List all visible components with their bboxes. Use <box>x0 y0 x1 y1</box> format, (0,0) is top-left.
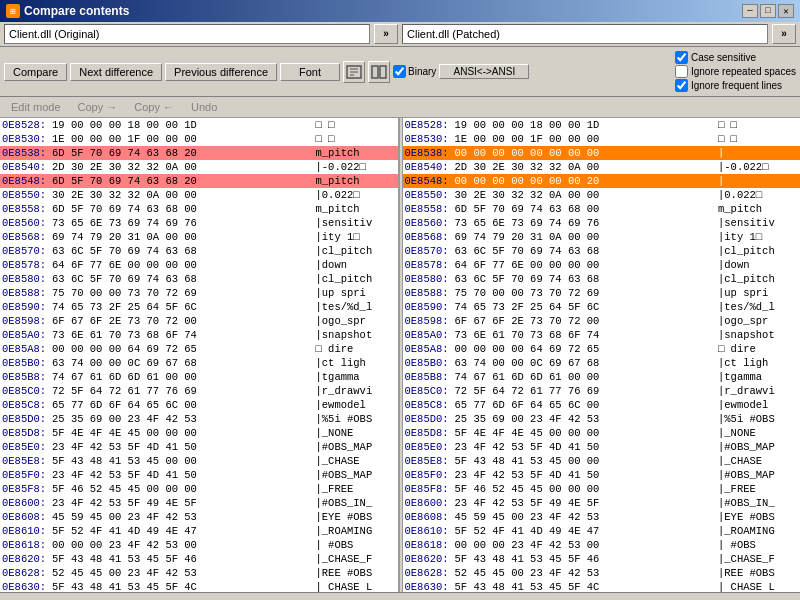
table-row: 0E8610: 5F 52 4F 41 4D 49 4E 47 |_ROAMIN… <box>0 524 398 538</box>
hex-text: □ dire <box>316 342 396 356</box>
hex-address: 0E8570: <box>405 244 455 258</box>
case-sensitive-checkbox[interactable] <box>675 51 688 64</box>
hex-text: |ct ligh <box>718 356 798 370</box>
hex-bytes: 5F 43 48 41 53 45 00 00 <box>455 454 719 468</box>
hex-address: 0E8540: <box>405 160 455 174</box>
table-row: 0E8558: 6D 5F 70 69 74 63 68 00 m_pitch <box>403 202 801 216</box>
hex-bytes: 00 00 00 00 64 69 72 65 <box>52 342 316 356</box>
hex-address: 0E85F0: <box>2 468 52 482</box>
hex-text: |#OBS_MAP <box>718 468 798 482</box>
hex-address: 0E8530: <box>405 132 455 146</box>
hex-address: 0E85C0: <box>405 384 455 398</box>
hex-bytes: 5F 43 48 41 53 45 00 00 <box>52 454 316 468</box>
binary-checkbox[interactable] <box>393 65 406 78</box>
table-row: 0E8590: 74 65 73 2F 25 64 5F 6C |tes/%d_… <box>403 300 801 314</box>
table-row: 0E8568: 69 74 79 20 31 0A 00 00 |ity 1□ <box>0 230 398 244</box>
hex-text: |up spri <box>718 286 798 300</box>
left-pane-scroll[interactable]: 0E8528: 19 00 00 00 18 00 00 1D □ □0E853… <box>0 118 398 592</box>
hex-text: |%5i #OBS <box>316 412 396 426</box>
table-row: 0E85A8: 00 00 00 00 64 69 72 65 □ dire <box>403 342 801 356</box>
hex-address: 0E85E0: <box>2 440 52 454</box>
hex-text: |up spri <box>316 286 396 300</box>
hex-text: □ □ <box>718 118 798 132</box>
hex-text: |0.022□ <box>718 188 798 202</box>
hex-text: □ dire <box>718 342 798 356</box>
hex-address: 0E8530: <box>2 132 52 146</box>
icon-btn-2[interactable] <box>368 61 390 83</box>
hex-address: 0E85B0: <box>2 356 52 370</box>
hex-text: |#OBS_MAP <box>316 468 396 482</box>
ansi-button[interactable]: ANSI<->ANSI <box>439 64 529 79</box>
hex-bytes: 73 6E 61 70 73 68 6F 74 <box>455 328 719 342</box>
hex-text: |r_drawvi <box>316 384 396 398</box>
close-button[interactable]: ✕ <box>778 4 794 18</box>
svg-rect-5 <box>380 66 386 78</box>
hex-bytes: 5F 43 48 41 53 45 5F 46 <box>455 552 719 566</box>
hex-text: |_NONE <box>316 426 396 440</box>
table-row: 0E85A8: 00 00 00 00 64 69 72 65 □ dire <box>0 342 398 356</box>
table-row: 0E85F8: 5F 46 52 45 45 00 00 00 |_FREE <box>0 482 398 496</box>
copy-right-button[interactable]: Copy → <box>71 99 125 115</box>
hex-bytes: 6F 67 6F 2E 73 70 72 00 <box>52 314 316 328</box>
hex-bytes: 65 77 6D 6F 64 65 6C 00 <box>52 398 316 412</box>
table-row: 0E8560: 73 65 6E 73 69 74 69 76 |sensiti… <box>403 216 801 230</box>
ignore-repeated-checkbox[interactable] <box>675 65 688 78</box>
hex-text: | <box>718 146 798 160</box>
hex-address: 0E85A8: <box>405 342 455 356</box>
hex-address: 0E8568: <box>405 230 455 244</box>
file1-browse-button[interactable]: » <box>374 24 398 44</box>
hex-address: 0E8620: <box>2 552 52 566</box>
hex-address: 0E8628: <box>405 566 455 580</box>
file1-input[interactable] <box>4 24 370 44</box>
file2-input[interactable] <box>402 24 768 44</box>
edit-row: Edit mode Copy → Copy ← Undo <box>0 97 800 118</box>
hex-text: | CHASE L <box>718 580 798 592</box>
copy-left-button[interactable]: Copy ← <box>127 99 181 115</box>
table-row: 0E8568: 69 74 79 20 31 0A 00 00 |ity 1□ <box>403 230 801 244</box>
previous-difference-button[interactable]: Previous difference <box>165 63 277 81</box>
table-row: 0E8530: 1E 00 00 00 1F 00 00 00 □ □ <box>403 132 801 146</box>
hex-address: 0E85C8: <box>2 398 52 412</box>
table-row: 0E8588: 75 70 00 00 73 70 72 69 |up spri <box>0 286 398 300</box>
hex-address: 0E8568: <box>2 230 52 244</box>
table-row: 0E8608: 45 59 45 00 23 4F 42 53 |EYE #OB… <box>403 510 801 524</box>
hex-address: 0E8608: <box>2 510 52 524</box>
edit-mode-button[interactable]: Edit mode <box>4 99 68 115</box>
table-row: 0E8578: 64 6F 77 6E 00 00 00 00 |down <box>403 258 801 272</box>
hex-bytes: 6F 67 6F 2E 73 70 72 00 <box>455 314 719 328</box>
hex-address: 0E8610: <box>405 524 455 538</box>
table-row: 0E8628: 52 45 45 00 23 4F 42 53 |REE #OB… <box>0 566 398 580</box>
file2-browse-button[interactable]: » <box>772 24 796 44</box>
undo-button[interactable]: Undo <box>184 99 224 115</box>
icon-btn-1[interactable] <box>343 61 365 83</box>
minimize-button[interactable]: ─ <box>742 4 758 18</box>
hex-address: 0E8528: <box>405 118 455 132</box>
compare-button[interactable]: Compare <box>4 63 67 81</box>
ignore-frequent-label: Ignore frequent lines <box>691 80 782 91</box>
hex-bytes: 5F 43 48 41 53 45 5F 46 <box>52 552 316 566</box>
maximize-button[interactable]: □ <box>760 4 776 18</box>
hex-address: 0E8618: <box>2 538 52 552</box>
table-row: 0E85D0: 25 35 69 00 23 4F 42 53 |%5i #OB… <box>403 412 801 426</box>
hex-bytes: 5F 4E 4F 4E 45 00 00 00 <box>455 426 719 440</box>
table-row: 0E85C8: 65 77 6D 6F 64 65 6C 00 |ewmodel <box>403 398 801 412</box>
table-row: 0E85C0: 72 5F 64 72 61 77 76 69 |r_drawv… <box>0 384 398 398</box>
ignore-frequent-checkbox[interactable] <box>675 79 688 92</box>
hex-bytes: 25 35 69 00 23 4F 42 53 <box>455 412 719 426</box>
next-difference-button[interactable]: Next difference <box>70 63 162 81</box>
hex-address: 0E85A0: <box>405 328 455 342</box>
hex-bytes: 5F 46 52 45 45 00 00 00 <box>455 482 719 496</box>
hex-bytes: 74 67 61 6D 6D 61 00 00 <box>455 370 719 384</box>
hex-text: |tgamma <box>718 370 798 384</box>
right-pane-scroll[interactable]: 0E8528: 19 00 00 00 18 00 00 1D □ □0E853… <box>403 118 801 592</box>
font-button[interactable]: Font <box>280 63 340 81</box>
hex-address: 0E8538: <box>2 146 52 160</box>
hex-bytes: 23 4F 42 53 5F 4D 41 50 <box>52 440 316 454</box>
hex-text: |-0.022□ <box>316 160 396 174</box>
hex-address: 0E8578: <box>405 258 455 272</box>
hex-address: 0E8590: <box>405 300 455 314</box>
svg-rect-4 <box>372 66 378 78</box>
hex-text: |#OBS_MAP <box>316 440 396 454</box>
hex-text: |ity 1□ <box>316 230 396 244</box>
hex-bytes: 5F 46 52 45 45 00 00 00 <box>52 482 316 496</box>
